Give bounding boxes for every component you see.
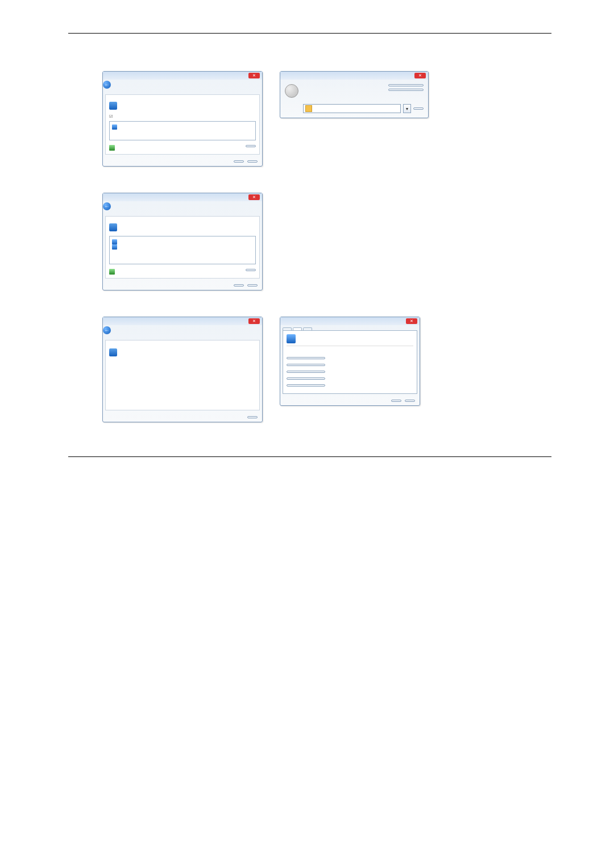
model-list[interactable] [109, 121, 256, 140]
browse-button[interactable] [413, 107, 424, 110]
device-icon [109, 348, 117, 356]
ifd-message [303, 84, 384, 98]
back-icon[interactable]: ← [103, 326, 111, 334]
shield-icon [109, 145, 115, 151]
cancel-button[interactable] [247, 284, 258, 286]
driver-details-button[interactable] [287, 357, 325, 359]
dialog-properties: ✕ [280, 317, 420, 406]
rollback-button[interactable] [287, 371, 325, 373]
monitor-icon [112, 244, 117, 250]
monitor-icon [112, 239, 117, 244]
monitor-icon [112, 124, 117, 130]
show-compat-checkbox[interactable]: ☑ [109, 114, 256, 119]
list-item[interactable] [112, 124, 253, 130]
close-button[interactable] [391, 400, 401, 402]
screenshots-9: ✕ ← [102, 193, 551, 290]
device-icon [109, 223, 117, 231]
list-item[interactable] [112, 239, 253, 244]
close-icon[interactable]: ✕ [406, 318, 417, 324]
update-driver-button[interactable] [287, 364, 325, 366]
document-page: ✕ ← ☑ [0, 0, 614, 484]
screenshots-10: ✕ ← ✕ [102, 317, 551, 422]
dialog-hint [109, 102, 256, 110]
close-icon[interactable]: ✕ [248, 73, 260, 78]
have-disk-button[interactable] [246, 269, 256, 271]
uninstall-button[interactable] [287, 384, 325, 387]
dialog-update-driver: ✕ ← ☑ [102, 71, 263, 167]
breadcrumb: ← [103, 80, 262, 92]
rule-top [68, 33, 551, 34]
tab-driver[interactable] [293, 327, 302, 330]
folder-icon [305, 105, 312, 112]
disk-icon [285, 84, 298, 98]
dialog-select-model: ✕ ← [102, 193, 263, 290]
signed-info [109, 145, 118, 151]
back-icon[interactable]: ← [103, 81, 111, 89]
titlebar: ✕ [103, 72, 262, 80]
cancel-button[interactable] [405, 400, 415, 402]
list-item[interactable] [112, 244, 253, 250]
close-icon[interactable]: ✕ [248, 318, 260, 324]
next-button[interactable] [234, 284, 244, 286]
ok-button[interactable] [388, 84, 424, 86]
model-list[interactable] [109, 236, 256, 264]
tabs [280, 325, 420, 330]
dialog-install-from-disk: ✕ ▾ [280, 71, 429, 118]
titlebar: ✕ [280, 72, 428, 80]
disable-button[interactable] [287, 377, 325, 380]
tab-general[interactable] [283, 327, 292, 330]
dialog-update-success: ✕ ← [102, 317, 263, 422]
dropdown-icon[interactable]: ▾ [403, 104, 411, 113]
close-icon[interactable]: ✕ [248, 194, 260, 200]
screenshots-8: ✕ ← ☑ [102, 71, 551, 167]
shield-icon [109, 269, 115, 275]
cancel-button[interactable] [388, 89, 424, 91]
close-button[interactable] [247, 416, 258, 418]
monitor-icon [287, 334, 296, 343]
close-icon[interactable]: ✕ [414, 73, 426, 78]
back-icon[interactable]: ← [103, 202, 111, 210]
device-icon [109, 102, 117, 110]
have-disk-button[interactable] [246, 145, 256, 147]
tab-details[interactable] [303, 327, 312, 330]
cancel-button[interactable] [247, 160, 258, 163]
path-select[interactable] [303, 104, 401, 113]
next-button[interactable] [234, 160, 244, 163]
rule-bottom [68, 456, 551, 457]
